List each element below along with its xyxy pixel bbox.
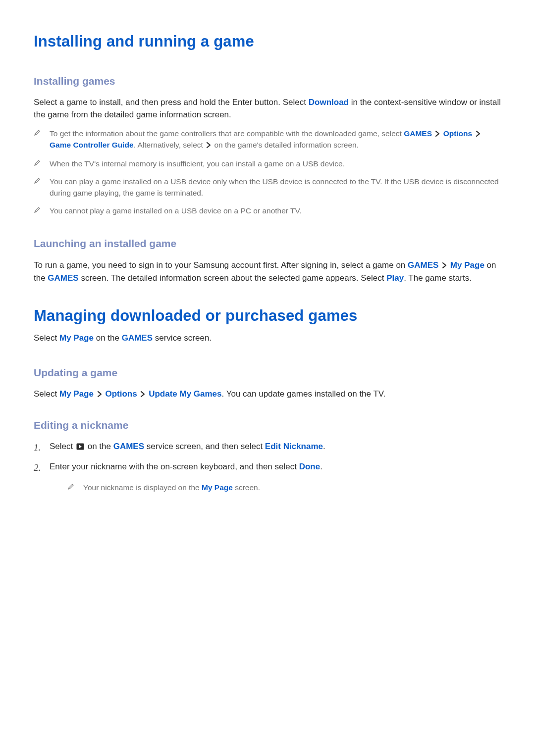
pencil-icon xyxy=(34,129,41,136)
text: . The game starts. xyxy=(404,273,472,283)
text: Select a game to install, and then press… xyxy=(34,98,309,107)
pencil-icon xyxy=(67,483,74,490)
note-item: To get the information about the game co… xyxy=(34,128,501,151)
step-number: 2. xyxy=(34,461,41,475)
chevron-right-icon xyxy=(435,129,440,140)
text: To get the information about the game co… xyxy=(50,129,404,138)
pencil-icon xyxy=(34,159,41,166)
link-options: Options xyxy=(443,129,473,138)
text: . xyxy=(323,442,325,451)
paragraph-updating: Select My Page Options Update My Games. … xyxy=(34,388,501,401)
paragraph-launching: To run a game, you need to sign in to yo… xyxy=(34,259,501,284)
text: on the xyxy=(85,442,113,451)
chevron-right-icon xyxy=(476,129,481,140)
pencil-icon xyxy=(34,206,41,213)
paragraph-installing-intro: Select a game to install, and then press… xyxy=(34,97,501,121)
heading-editing-nickname: Editing a nickname xyxy=(34,418,501,433)
subsection-editing-nickname: Editing a nickname 1. Select on the GAME… xyxy=(34,418,501,493)
text: Enter your nickname with the on-screen k… xyxy=(50,462,299,471)
link-games: GAMES xyxy=(122,333,153,343)
link-options: Options xyxy=(105,389,137,399)
section-installing-running: Installing and running a game Installing… xyxy=(34,31,501,284)
text: Select xyxy=(50,442,75,451)
text: When the TV's internal memory is insuffi… xyxy=(50,159,345,168)
note-item: When the TV's internal memory is insuffi… xyxy=(34,158,501,169)
chevron-right-icon xyxy=(442,260,447,272)
link-my-page: My Page xyxy=(59,333,94,343)
text: You cannot play a game installed on a US… xyxy=(50,206,302,215)
heading-launching: Launching an installed game xyxy=(34,236,501,251)
link-games: GAMES xyxy=(408,260,438,270)
subsection-launching: Launching an installed game To run a gam… xyxy=(34,236,501,284)
link-game-controller-guide: Game Controller Guide xyxy=(50,141,134,149)
text: Select xyxy=(34,389,59,399)
text: Your nickname is displayed on the xyxy=(83,483,202,492)
subsection-installing-games: Installing games Select a game to instal… xyxy=(34,74,501,217)
note-item: You can play a game installed on a USB d… xyxy=(34,176,501,199)
step-1: 1. Select on the GAMES service screen, a… xyxy=(34,441,501,454)
subsection-updating: Updating a game Select My Page Options U… xyxy=(34,365,501,401)
step-number: 1. xyxy=(34,441,41,454)
chevron-right-icon xyxy=(206,140,211,151)
text: To run a game, you need to sign in to yo… xyxy=(34,260,408,270)
heading-installing-games: Installing games xyxy=(34,74,501,89)
paragraph-managing-intro: Select My Page on the GAMES service scre… xyxy=(34,332,501,345)
chevron-right-icon xyxy=(97,389,102,401)
chevron-right-icon xyxy=(140,389,145,401)
link-games: GAMES xyxy=(404,129,432,138)
arrow-box-icon xyxy=(76,442,84,454)
text: service screen, and then select xyxy=(144,442,265,451)
link-games: GAMES xyxy=(48,273,78,283)
text: . You can update games installed on the … xyxy=(222,389,386,399)
text: on the xyxy=(94,333,122,343)
link-games: GAMES xyxy=(113,442,144,451)
text: on the game's detailed information scree… xyxy=(214,141,359,149)
link-my-page: My Page xyxy=(450,260,484,270)
text: service screen. xyxy=(153,333,212,343)
heading-installing-running: Installing and running a game xyxy=(34,31,501,53)
note-item: You cannot play a game installed on a US… xyxy=(34,205,501,216)
heading-updating: Updating a game xyxy=(34,365,501,380)
text: Select xyxy=(34,333,59,343)
note-list: To get the information about the game co… xyxy=(34,128,501,217)
heading-managing: Managing downloaded or purchased games xyxy=(34,305,501,327)
link-edit-nickname: Edit Nickname xyxy=(265,442,323,451)
text: You can play a game installed on a USB d… xyxy=(50,177,499,197)
link-play: Play xyxy=(386,273,404,283)
text: . Alternatively, select xyxy=(134,141,205,149)
ordered-steps: 1. Select on the GAMES service screen, a… xyxy=(34,441,501,493)
step-2: 2. Enter your nickname with the on-scree… xyxy=(34,461,501,493)
section-managing: Managing downloaded or purchased games S… xyxy=(34,305,501,493)
link-update-my-games: Update My Games xyxy=(149,389,221,399)
link-done: Done xyxy=(299,462,321,471)
pencil-icon xyxy=(34,177,41,184)
note-item: Your nickname is displayed on the My Pag… xyxy=(50,482,501,493)
text: . xyxy=(320,462,322,471)
text: screen. xyxy=(233,483,260,492)
text: screen. The detailed information screen … xyxy=(79,273,387,283)
link-download: Download xyxy=(309,98,349,107)
link-my-page: My Page xyxy=(59,389,94,399)
link-my-page: My Page xyxy=(202,483,233,492)
